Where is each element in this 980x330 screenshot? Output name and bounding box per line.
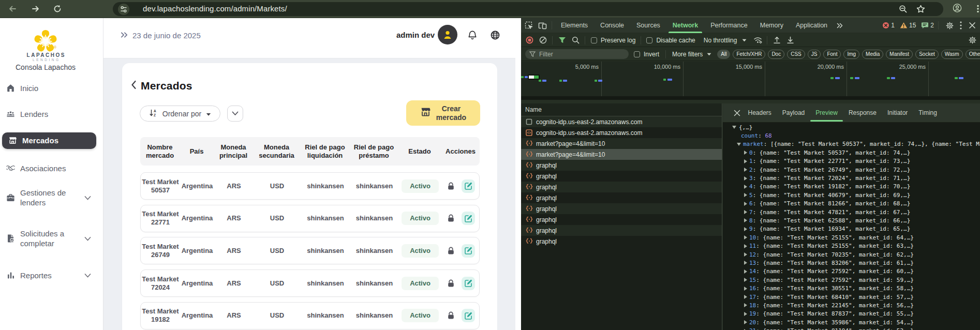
preview-array-item[interactable]: 7: {name: "Test Market 47821", market_id… [723, 208, 980, 216]
notifications-bell-icon[interactable] [467, 30, 478, 43]
collapsed-triangle-icon[interactable] [744, 287, 747, 291]
network-settings-gear-icon[interactable] [966, 34, 979, 47]
market-row[interactable]: Test Market26749ArgentinaARSUSDshinkanse… [140, 237, 480, 264]
browser-profile-icon[interactable] [952, 3, 962, 13]
request-row[interactable]: market?page=4&limit=10 [521, 149, 722, 160]
filter-chip-wasm[interactable]: Wasm [941, 50, 963, 59]
browser-reload-icon[interactable] [52, 4, 63, 14]
market-row[interactable]: Test Market72024ArgentinaARSUSDshinkanse… [140, 269, 480, 297]
preview-array-item[interactable]: 13: {name: "Test Market 83206", market_i… [723, 259, 980, 267]
request-row[interactable]: graphql [521, 160, 722, 171]
preview-array-item[interactable]: 17: {name: "Test Market 68410", market_i… [723, 293, 980, 301]
collapsed-triangle-icon[interactable] [744, 151, 747, 155]
preview-array-item[interactable]: 16: {name: "Test Market 30551", market_i… [723, 284, 980, 292]
browser-forward-icon[interactable] [31, 4, 41, 14]
detail-tab-headers[interactable]: Headers [748, 103, 771, 123]
collapsed-triangle-icon[interactable] [744, 278, 747, 282]
devtools-tab-sources[interactable]: Sources [630, 18, 666, 33]
filter-chip-other[interactable]: Other [966, 50, 980, 59]
filter-chip-css[interactable]: CSS [787, 50, 805, 59]
preview-array-item[interactable]: 19: {name: "Test Market 87837", market_i… [723, 310, 980, 318]
user-avatar[interactable] [438, 25, 457, 44]
preview-array-item[interactable]: 10: {name: "Test Market 25155", market_i… [723, 233, 980, 242]
collapsed-triangle-icon[interactable] [744, 261, 747, 265]
preview-array-item[interactable]: 6: {name: "Test Market 81266", market_id… [723, 200, 980, 208]
sidebar-item-mercados[interactable]: Mercados [2, 132, 96, 149]
edit-button[interactable] [462, 309, 475, 322]
lock-icon[interactable] [447, 182, 455, 190]
preview-array-item[interactable]: 2: {name: "Test Market 26749", market_id… [723, 166, 980, 174]
edit-button[interactable] [462, 179, 475, 193]
preview-array-item[interactable]: 8: {name: "Test Market 62588", market_id… [723, 216, 980, 224]
request-row[interactable]: graphql [521, 171, 722, 182]
preview-array-item[interactable]: 12: {name: "Test Market 70235", market_i… [723, 250, 980, 259]
request-row[interactable]: market?page=4&limit=10 [521, 138, 722, 149]
collapsed-triangle-icon[interactable] [744, 176, 747, 181]
preview-array-item[interactable]: 0: {name: "Test Market 50537", market_id… [723, 148, 980, 157]
devtools-tab-performance[interactable]: Performance [704, 18, 754, 33]
collapsed-triangle-icon[interactable] [744, 185, 747, 189]
disable-cache-label[interactable]: Disable cache [656, 37, 695, 44]
close-detail-icon[interactable] [731, 107, 743, 118]
collapsed-triangle-icon[interactable] [744, 168, 747, 172]
search-network-icon[interactable] [569, 34, 582, 47]
lock-icon[interactable] [447, 247, 455, 255]
preview-array-item[interactable]: 20: {name: "Test Market 35986", market_i… [723, 318, 980, 326]
expanded-triangle-icon[interactable] [732, 126, 736, 129]
request-row[interactable]: graphql [521, 192, 722, 203]
detail-tab-preview[interactable]: Preview [815, 103, 838, 123]
sidebar-item-asociaciones[interactable]: Asociaciones [0, 158, 103, 178]
filter-toggle-icon[interactable] [555, 34, 569, 47]
filter-chip-manifest[interactable]: Manifest [886, 50, 913, 59]
inspect-element-icon[interactable] [522, 19, 536, 32]
detail-tab-initiator[interactable]: Initiator [887, 103, 908, 123]
detail-tab-payload[interactable]: Payload [782, 103, 805, 123]
requests-name-column-header[interactable]: Name [521, 103, 722, 116]
invert-checkbox[interactable] [634, 51, 640, 57]
collapsed-triangle-icon[interactable] [744, 227, 747, 231]
devtools-close-icon[interactable] [966, 19, 979, 32]
url-text[interactable]: dev.lapachoslending.com/admin/Markets/ [143, 4, 287, 13]
sort-by-button[interactable]: AZ Ordenar por [140, 106, 220, 122]
disable-cache-checkbox[interactable] [646, 37, 652, 43]
issues-badge-icon[interactable]: 2 [921, 22, 934, 29]
preview-array-item[interactable]: 18: {name: "Test Market 22145", market_i… [723, 301, 980, 309]
preview-array-item[interactable]: 14: {name: "Test Market 27592", market_i… [723, 267, 980, 276]
sidebar-collapse-icon[interactable] [120, 31, 128, 41]
collapsed-triangle-icon[interactable] [744, 320, 747, 324]
filter-chip-img[interactable]: Img [843, 50, 859, 59]
collapsed-triangle-icon[interactable] [744, 159, 747, 163]
filter-chip-js[interactable]: JS [808, 50, 821, 59]
site-info-icon[interactable] [118, 4, 129, 15]
request-row[interactable]: cognito-idp.us-east-2.amazonaws.com [521, 127, 722, 138]
collapsed-triangle-icon[interactable] [744, 303, 747, 307]
export-har-icon[interactable] [783, 34, 797, 47]
sidebar-item-inicio[interactable]: Inicio [0, 78, 103, 98]
devtools-tab-application[interactable]: Application [790, 18, 834, 33]
detail-tab-timing[interactable]: Timing [918, 103, 937, 123]
edit-button[interactable] [462, 277, 475, 290]
network-conditions-icon[interactable] [751, 34, 764, 47]
preview-root-line[interactable]: {,…} [723, 123, 980, 131]
collapsed-triangle-icon[interactable] [744, 252, 747, 257]
preview-market-line[interactable]: market: [{name: "Test Market 50537", mar… [723, 140, 980, 148]
filter-chip-all[interactable]: All [717, 50, 730, 59]
url-bar[interactable]: dev.lapachoslending.com/admin/Markets/ [113, 2, 943, 16]
market-row[interactable]: Test Market22771ArgentinaARSUSDshinkanse… [140, 205, 480, 232]
preview-count-line[interactable]: count: 68 [723, 131, 980, 140]
invert-label[interactable]: Invert [644, 51, 659, 58]
filter-chip-doc[interactable]: Doc [768, 50, 784, 59]
request-row[interactable]: graphql [521, 225, 722, 236]
collapsed-triangle-icon[interactable] [744, 210, 747, 214]
collapsed-triangle-icon[interactable] [744, 202, 747, 206]
filter-chip-socket[interactable]: Socket [915, 50, 939, 59]
devtools-tab-network[interactable]: Network [666, 18, 704, 33]
language-globe-icon[interactable] [490, 30, 500, 42]
collapsed-triangle-icon[interactable] [744, 295, 747, 299]
preview-array-item[interactable]: 4: {name: "Test Market 19182", market_id… [723, 183, 980, 191]
edit-button[interactable] [462, 212, 475, 225]
record-network-log-icon[interactable] [523, 34, 536, 47]
throttling-select[interactable]: No throttling [704, 37, 737, 44]
back-chevron-icon[interactable] [131, 80, 137, 92]
browser-back-icon[interactable] [7, 4, 18, 14]
